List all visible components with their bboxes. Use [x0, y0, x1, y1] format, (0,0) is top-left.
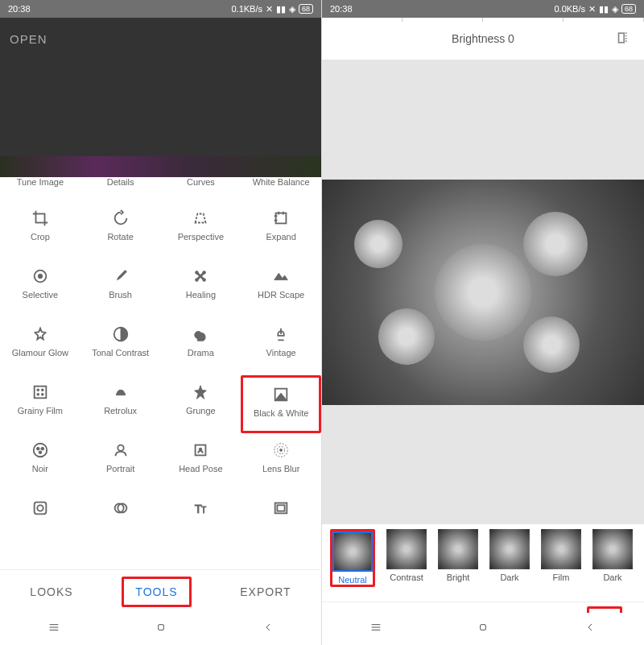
tool-healing[interactable]: Healing [161, 259, 242, 317]
tool-bw[interactable]: Black & White [241, 375, 321, 433]
tool-label: Retrolux [104, 406, 137, 416]
preset-label: Dark [603, 573, 621, 582]
status-bar: 20:38 0.0KB/s ✕ ▮▮ ◈ 68 [322, 0, 644, 18]
tool-label: Lens Blur [262, 464, 299, 474]
preset-label: Dark [500, 573, 518, 582]
preset-dark[interactable]: Dark [489, 529, 530, 582]
svg-point-31 [37, 505, 43, 511]
preset-thumb [489, 529, 530, 569]
tool-frames[interactable] [241, 491, 321, 549]
tool-label: Portrait [106, 464, 134, 474]
tool-glamour[interactable]: Glamour Glow [0, 317, 80, 375]
tool-label: Expand [266, 232, 295, 242]
tool-label: Rotate [107, 232, 133, 242]
wifi-icon: ◈ [289, 4, 295, 14]
tool-hdr[interactable]: HDR Scape [241, 259, 321, 317]
tool-headpose[interactable]: Head Pose [161, 433, 242, 491]
svg-point-21 [36, 447, 39, 450]
tool-brush[interactable]: Brush [80, 259, 161, 317]
wifi-icon: ◈ [612, 4, 618, 14]
tool-tune-image[interactable]: Tune Image [0, 177, 80, 201]
preset-darker[interactable]: Dark [592, 529, 633, 582]
tool-double[interactable] [80, 491, 161, 549]
tool-lensblur[interactable]: Lens Blur [241, 433, 321, 491]
nav-recent-icon[interactable] [47, 621, 60, 637]
svg-point-24 [118, 445, 123, 451]
tool-noir[interactable]: Noir [0, 433, 80, 491]
clock: 20:38 [330, 4, 353, 14]
system-nav [0, 613, 321, 645]
tool-white-balance[interactable]: White Balance [241, 177, 321, 201]
tool-details[interactable]: Details [80, 177, 161, 201]
preset-label: Neutral [338, 575, 366, 585]
dimmed-backdrop: OPEN i [0, 18, 321, 177]
tab-looks[interactable]: LOOKS [19, 579, 84, 605]
tool-label: Black & White [254, 408, 308, 419]
tool-curves[interactable]: Curves [161, 177, 242, 201]
svg-point-11 [196, 279, 199, 282]
tool-perspective[interactable]: Perspective [161, 201, 242, 259]
tool-label: Healing [186, 290, 216, 300]
tool-label: HDR Scape [258, 290, 304, 300]
preset-contrast[interactable]: Contrast [386, 529, 427, 582]
tools-panel: Tune Image Details Curves White Balance … [0, 177, 321, 569]
tool-expand[interactable]: Expand [241, 201, 321, 259]
preset-bright[interactable]: Bright [438, 529, 478, 582]
nav-back-icon[interactable] [262, 621, 275, 637]
tool-portrait[interactable]: Portrait [80, 433, 161, 491]
svg-rect-37 [278, 505, 285, 511]
tool-vintage[interactable]: Vintage [241, 317, 321, 375]
param-label: Brightness 0 [452, 32, 514, 45]
svg-point-8 [38, 274, 43, 279]
image-canvas[interactable] [322, 60, 644, 524]
nav-back-icon[interactable] [584, 621, 597, 637]
tab-tools[interactable]: TOOLS [122, 577, 191, 607]
nav-recent-icon[interactable] [369, 621, 382, 637]
svg-point-18 [41, 393, 43, 395]
preset-thumb [386, 529, 427, 569]
tool-tonal[interactable]: Tonal Contrast [80, 317, 161, 375]
tool-label: Noir [32, 464, 48, 474]
svg-point-17 [37, 393, 39, 395]
tool-drama[interactable]: Drama [161, 317, 242, 375]
svg-point-9 [196, 271, 199, 275]
tool-grainy[interactable]: Grainy Film [0, 375, 80, 433]
mute-icon: ✕ [266, 4, 273, 14]
tool-crop[interactable]: Crop [0, 201, 80, 259]
status-bar: 20:38 0.1KB/s ✕ ▮▮ ◈ 68 [0, 0, 321, 18]
svg-text:T: T [201, 506, 206, 515]
tool-grunge[interactable]: Grunge [161, 375, 242, 433]
tool-vignette[interactable] [0, 491, 80, 549]
param-header: Brightness 0 [322, 18, 644, 60]
nav-home-icon[interactable] [477, 621, 489, 637]
preset-label: Film [553, 573, 570, 582]
net-rate: 0.0KB/s [554, 4, 585, 14]
nav-home-icon[interactable] [155, 621, 167, 637]
system-nav [322, 613, 644, 645]
preset-label: Bright [447, 573, 470, 582]
tool-label: Vintage [266, 348, 296, 358]
svg-point-22 [41, 447, 44, 450]
svg-point-29 [280, 449, 283, 452]
tool-label: Drama [188, 348, 214, 358]
tab-export[interactable]: EXPORT [229, 579, 302, 605]
tool-retrolux[interactable]: Retrolux [80, 375, 161, 433]
tool-rotate[interactable]: Rotate [80, 201, 161, 259]
open-button[interactable]: OPEN [10, 32, 47, 46]
preset-neutral[interactable]: Neutral [330, 529, 375, 587]
svg-rect-38 [158, 625, 163, 631]
preset-row: NeutralContrastBrightDarkFilmDark [322, 524, 644, 602]
svg-point-10 [203, 271, 206, 275]
tool-label: Glamour Glow [12, 348, 68, 358]
tool-label: Tonal Contrast [92, 348, 149, 358]
tool-selective[interactable]: Selective [0, 259, 80, 317]
preset-film[interactable]: Film [541, 529, 581, 582]
tool-label: Brush [109, 290, 132, 300]
compare-icon[interactable] [617, 30, 633, 48]
preset-thumb [438, 529, 478, 569]
svg-rect-39 [619, 33, 625, 43]
svg-rect-30 [35, 502, 47, 515]
tool-label: Head Pose [179, 464, 222, 474]
tool-text[interactable]: TT [161, 491, 242, 549]
svg-point-23 [39, 451, 42, 454]
